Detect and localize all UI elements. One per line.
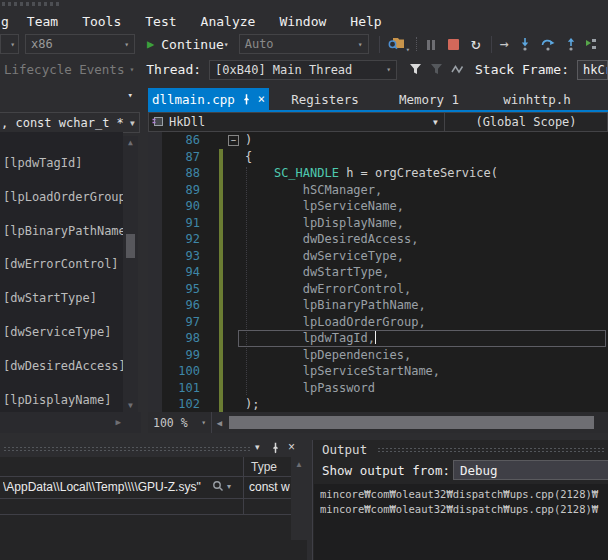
change-bar xyxy=(219,314,223,331)
code-line-95[interactable]: 95 dwErrorControl, xyxy=(148,281,608,298)
code-line-97[interactable]: 97 lpLoadOrderGroup, xyxy=(148,314,608,331)
parameter-item[interactable]: [lpLoadOrderGroup] xyxy=(0,190,123,224)
watch-type-cell[interactable]: const wc xyxy=(249,480,290,494)
code-line-93[interactable]: 93 dwServiceType, xyxy=(148,248,608,265)
restart-button[interactable]: ↻ xyxy=(471,36,481,52)
horizontal-scrollbar[interactable]: ▶ xyxy=(0,412,141,433)
scroll-left-icon[interactable]: ◀ xyxy=(212,418,227,428)
stack-frame-combobox[interactable]: hkCreate xyxy=(577,60,608,80)
code-line-101[interactable]: 101 lpPassword xyxy=(148,380,608,397)
output-log[interactable]: mincore₩com₩oleaut32₩dispatch₩ups.cpp(21… xyxy=(314,484,608,560)
code-line-87[interactable]: 87{ xyxy=(148,149,608,166)
code-line-91[interactable]: 91 lpDisplayName, xyxy=(148,215,608,232)
parameter-item[interactable]: [dwDesiredAccess] xyxy=(0,359,123,393)
output-source-combobox[interactable]: Debug xyxy=(453,460,608,480)
lifecycle-events-dropdown[interactable]: Lifecycle Events ▾ xyxy=(4,62,134,77)
platform-combobox[interactable]: x86 ▾ xyxy=(25,34,135,54)
tab-registers[interactable]: Registers xyxy=(269,88,381,110)
menu-item-team[interactable]: Team xyxy=(15,14,70,29)
scroll-right-icon[interactable]: ▶ xyxy=(116,417,121,427)
horizontal-scrollbar[interactable] xyxy=(227,412,608,433)
menu-item-window[interactable]: Window xyxy=(267,14,338,29)
zoom-control[interactable]: 100 % ▾ xyxy=(148,412,212,433)
menu-item-analyze[interactable]: Analyze xyxy=(189,14,268,29)
tab-label: Memory 1 xyxy=(399,92,459,107)
config-combobox-partial[interactable]: ▾ xyxy=(0,34,19,54)
tab-winhttp-h[interactable]: winhttp.h xyxy=(477,88,597,110)
tab-memory-1[interactable]: Memory 1 xyxy=(381,88,477,110)
watch-value-cell[interactable]: \AppData\\Local\\Temp\\\\GPU-Z.sys" xyxy=(3,480,210,494)
close-icon[interactable]: × xyxy=(258,92,265,106)
parameter-item[interactable]: [lpBinaryPathName] xyxy=(0,224,123,258)
code-text: ); xyxy=(245,396,259,412)
filter-button[interactable] xyxy=(409,60,422,79)
code-line-100[interactable]: 100 lpServiceStartName, xyxy=(148,363,608,380)
code-line-99[interactable]: 99 lpDependencies, xyxy=(148,347,608,364)
watch-panel: ▾ × Type \AppData\\Local\\Temp\\\\GPU-Z.… xyxy=(0,440,307,560)
pin-icon[interactable] xyxy=(271,442,280,454)
threads-in-source-button[interactable] xyxy=(586,35,596,54)
code-text: hSCManager, xyxy=(245,182,382,199)
close-icon[interactable]: × xyxy=(288,440,295,454)
tab-label: dllmain.cpp xyxy=(152,92,235,107)
fold-collapse-box[interactable]: − xyxy=(228,135,239,146)
window-menu-icon[interactable]: ▾ xyxy=(255,442,260,452)
line-number: 101 xyxy=(148,380,200,397)
pin-icon[interactable] xyxy=(242,94,251,105)
code-editor[interactable]: 86−)87{88 SC_HANDLE h = orgCreateService… xyxy=(148,132,608,412)
type-column-header[interactable]: Type xyxy=(251,460,277,474)
funnel-icon xyxy=(409,60,422,79)
scrollbar-thumb[interactable] xyxy=(126,234,135,258)
code-line-90[interactable]: 90 lpServiceName, xyxy=(148,198,608,215)
menu-item-tools[interactable]: Tools xyxy=(70,14,133,29)
code-line-98[interactable]: 98 lpdwTagId, xyxy=(148,330,608,347)
continue-button[interactable]: ▶ Continue ▾ xyxy=(147,37,229,52)
parameter-item[interactable]: [dwStartType] xyxy=(0,291,123,325)
show-next-statement-button[interactable]: → xyxy=(500,37,509,52)
watch-panel-titlebar[interactable]: ▾ × xyxy=(0,440,307,457)
code-text: { xyxy=(245,149,252,166)
menu-item-test[interactable]: Test xyxy=(133,14,188,29)
process-explorer-button[interactable]: ▾ xyxy=(388,35,410,54)
tab-dllmain-cpp[interactable]: dllmain.cpp× xyxy=(148,88,269,110)
vertical-scrollbar[interactable]: ▲ ▼ xyxy=(123,136,138,412)
scroll-down-icon[interactable]: ▼ xyxy=(123,401,138,410)
step-out-button[interactable] xyxy=(565,37,577,51)
code-line-96[interactable]: 96 lpBinaryPathName, xyxy=(148,297,608,314)
filter-disabled-button[interactable] xyxy=(430,60,443,79)
parameter-item[interactable]: [lpDisplayName] xyxy=(0,393,123,412)
vertical-scrollbar[interactable]: ▲ xyxy=(291,457,307,540)
drag-grip[interactable] xyxy=(3,446,251,452)
flagged-threads-button[interactable] xyxy=(451,60,465,79)
signature-combobox[interactable]: , const wchar_t * ▾ xyxy=(0,112,140,133)
step-over-button[interactable] xyxy=(541,37,555,51)
thread-combobox[interactable]: [0xB40] Main Thread ▾ xyxy=(209,60,397,80)
code-line-92[interactable]: 92 dwDesiredAccess, xyxy=(148,231,608,248)
parameter-item[interactable]: [dwErrorControl] xyxy=(0,257,123,291)
parameter-item[interactable]: [lpdwTagId] xyxy=(0,156,123,190)
drag-grip[interactable] xyxy=(377,447,605,453)
line-number: 90 xyxy=(148,198,200,215)
document-dropdown-icon[interactable]: ▾ xyxy=(128,90,133,100)
auto-combobox[interactable]: Auto ▾ xyxy=(239,34,369,54)
chevron-down-icon[interactable]: ▾ xyxy=(227,482,231,491)
code-line-88[interactable]: 88 SC_HANDLE h = orgCreateService( xyxy=(148,165,608,182)
code-line-86[interactable]: 86−) xyxy=(148,132,608,149)
scroll-up-icon[interactable]: ▲ xyxy=(291,460,307,469)
stop-debugging-button[interactable] xyxy=(448,39,459,50)
code-line-89[interactable]: 89 hSCManager, xyxy=(148,182,608,199)
column-separator[interactable] xyxy=(243,457,244,514)
parameter-item[interactable]: [dwServiceType] xyxy=(0,325,123,359)
step-into-button[interactable] xyxy=(519,37,531,51)
menu-item-partial[interactable]: g xyxy=(0,14,15,29)
types-combobox[interactable]: HkDll ▾ xyxy=(148,112,445,132)
magnifier-icon[interactable] xyxy=(212,480,224,492)
code-line-102[interactable]: 102); xyxy=(148,396,608,412)
code-line-94[interactable]: 94 dwStartType, xyxy=(148,264,608,281)
scroll-up-icon[interactable]: ▲ xyxy=(123,138,138,147)
menu-item-help[interactable]: Help xyxy=(338,14,393,29)
members-combobox[interactable]: (Global Scope) xyxy=(445,112,608,132)
break-all-button[interactable] xyxy=(426,35,436,54)
change-bar xyxy=(219,149,223,166)
scrollbar-thumb[interactable] xyxy=(229,416,594,429)
